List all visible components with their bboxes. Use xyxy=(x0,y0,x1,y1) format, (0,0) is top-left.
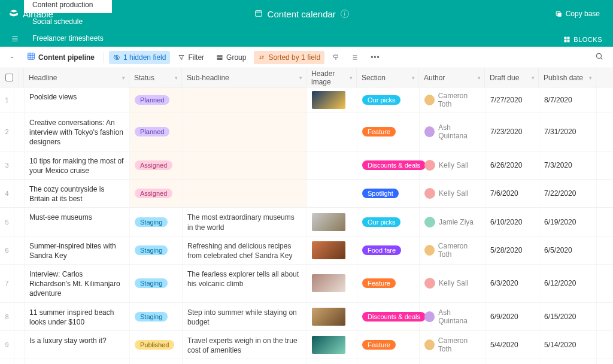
cell-publish-date[interactable]: 5/14/2020 xyxy=(539,331,597,359)
cell-subheadline[interactable] xyxy=(183,180,307,207)
cell-publish-date[interactable]: 6/12/2020 xyxy=(539,265,597,302)
hidden-fields-button[interactable]: 1 hidden field xyxy=(109,51,170,64)
cell-subheadline[interactable]: The most extraordinary museums in the wo… xyxy=(183,208,307,235)
cell-section[interactable]: Food fare xyxy=(357,236,420,264)
col-subheadline[interactable]: Sub-headline▾ xyxy=(182,68,306,87)
cell-section[interactable]: Feature xyxy=(357,331,420,359)
cell-status[interactable]: Published xyxy=(130,331,183,359)
select-all-checkbox[interactable] xyxy=(5,74,13,81)
cell-draft-due[interactable]: 7/23/2020 xyxy=(485,113,539,151)
cell-draft-due[interactable]: 5/4/2020 xyxy=(485,331,539,359)
cell-header-image[interactable] xyxy=(307,359,357,364)
cell-publish-date[interactable]: 6/19/2020 xyxy=(539,208,597,235)
table-row[interactable]: 4The cozy countryside is Britain at its … xyxy=(0,180,613,208)
select-all-header[interactable] xyxy=(0,68,19,87)
cell-status[interactable]: Assigned xyxy=(130,151,183,179)
cell-subheadline[interactable]: Refreshing and delicious recipes from ce… xyxy=(183,236,307,264)
tab-content-production[interactable]: Content production xyxy=(24,0,112,13)
cell-headline[interactable]: The cozy countryside is Britain at its b… xyxy=(25,180,130,207)
cell-publish-date[interactable]: 7/22/2020 xyxy=(539,180,597,207)
col-publish-date[interactable]: Publish date▾ xyxy=(539,68,596,87)
table-row[interactable]: 5Must-see museumsStagingThe most extraor… xyxy=(0,208,613,236)
col-draft-due[interactable]: Draft due▾ xyxy=(485,68,539,87)
cell-header-image[interactable] xyxy=(307,265,357,302)
cell-section[interactable]: Discounts & deals xyxy=(357,303,420,330)
more-button[interactable]: ••• xyxy=(366,51,384,64)
view-switcher[interactable]: Content pipeline xyxy=(23,50,99,65)
info-icon[interactable]: i xyxy=(341,10,349,18)
cell-section[interactable]: Discounts & deals xyxy=(357,151,420,179)
cell-header-image[interactable] xyxy=(307,236,357,264)
cell-publish-date[interactable]: 8/7/2020 xyxy=(539,87,597,113)
cell-status[interactable]: Staging xyxy=(130,265,183,302)
table-row[interactable]: 10Diggin' the MaldivesPublishedThe ultim… xyxy=(0,359,613,364)
cell-draft-due[interactable]: 6/3/2020 xyxy=(485,265,539,302)
copy-base-button[interactable]: Copy base xyxy=(550,7,605,20)
search-button[interactable] xyxy=(590,50,608,65)
cell-author[interactable]: Cameron Toth xyxy=(420,236,485,264)
cell-draft-due[interactable]: 6/26/2020 xyxy=(485,151,539,179)
cell-section[interactable]: Our picks xyxy=(357,208,420,235)
data-grid[interactable]: Headline▾ Status▾ Sub-headline▾ Header i… xyxy=(0,68,613,364)
table-row[interactable]: 2Creative conversations: An interview wi… xyxy=(0,113,613,151)
cell-subheadline[interactable] xyxy=(183,113,307,151)
blocks-button[interactable]: BLOCKS xyxy=(559,32,607,47)
cell-publish-date[interactable]: 6/5/2020 xyxy=(539,236,597,264)
tab-freelancer-timesheets[interactable]: Freelancer timesheets xyxy=(24,30,112,47)
cell-status[interactable]: Planned xyxy=(130,87,183,113)
filter-button[interactable]: Filter xyxy=(174,51,208,64)
cell-header-image[interactable] xyxy=(307,87,357,113)
table-row[interactable]: 7Interview: Carlos Richardson's Mt. Kili… xyxy=(0,265,613,303)
col-section[interactable]: Section▾ xyxy=(357,68,419,87)
cell-publish-date[interactable]: 7/31/2020 xyxy=(539,113,597,151)
cell-header-image[interactable] xyxy=(307,113,357,151)
cell-publish-date[interactable]: 5/29/2020 xyxy=(539,359,597,364)
cell-status[interactable]: Staging xyxy=(130,208,183,235)
cell-author[interactable]: Jamie Ziya xyxy=(420,208,485,235)
cell-subheadline[interactable]: The fearless explorer tells all about hi… xyxy=(183,265,307,302)
cell-section[interactable]: Feature xyxy=(357,113,420,151)
cell-author[interactable]: Ash Quintana xyxy=(420,113,485,151)
cell-status[interactable]: Staging xyxy=(130,236,183,264)
table-row[interactable]: 6Summer-inspired bites with Sandra KeySt… xyxy=(0,236,613,265)
cell-headline[interactable]: Poolside views xyxy=(25,87,130,113)
cell-subheadline[interactable] xyxy=(183,151,307,179)
cell-author[interactable]: Kelly Sall xyxy=(420,151,485,179)
col-author[interactable]: Author▾ xyxy=(419,68,485,87)
cell-status[interactable]: Planned xyxy=(130,113,183,151)
cell-status[interactable]: Assigned xyxy=(130,180,183,207)
table-row[interactable]: 9Is a luxury stay worth it?PublishedTrav… xyxy=(0,331,613,359)
cell-section[interactable]: Spotlight xyxy=(357,180,420,207)
cell-author[interactable]: Kelly Sall xyxy=(420,265,485,302)
cell-publish-date[interactable]: 6/15/2020 xyxy=(539,303,597,330)
base-title[interactable]: Content calendar xyxy=(268,9,336,19)
cell-draft-due[interactable]: 5/28/2020 xyxy=(485,236,539,264)
cell-headline[interactable]: Diggin' the Maldives xyxy=(25,359,130,364)
view-switcher-caret[interactable] xyxy=(5,52,19,63)
cell-headline[interactable]: 11 summer inspired beach looks under $10… xyxy=(25,303,130,330)
col-status[interactable]: Status▾ xyxy=(129,68,182,87)
cell-draft-due[interactable]: 7/6/2020 xyxy=(485,180,539,207)
cell-section[interactable]: Feature xyxy=(357,265,420,302)
cell-author[interactable]: Kelly Sall xyxy=(420,180,485,207)
cell-subheadline[interactable]: Travel experts weigh in on the true cost… xyxy=(183,331,307,359)
cell-author[interactable]: Cameron Toth xyxy=(420,87,485,113)
cell-header-image[interactable] xyxy=(307,303,357,330)
cell-headline[interactable]: 10 tips for making the most of your Mexi… xyxy=(25,151,130,179)
sort-button[interactable]: Sorted by 1 field xyxy=(254,51,324,64)
cell-author[interactable]: Ash Quintana xyxy=(420,303,485,330)
cell-header-image[interactable] xyxy=(307,331,357,359)
cell-header-image[interactable] xyxy=(307,180,357,207)
table-row[interactable]: 811 summer inspired beach looks under $1… xyxy=(0,303,613,331)
cell-headline[interactable]: Creative conversations: An interview wit… xyxy=(25,113,130,151)
group-button[interactable]: Group xyxy=(212,51,250,64)
cell-headline[interactable]: Is a luxury stay worth it? xyxy=(25,331,130,359)
table-row[interactable]: 1Poolside viewsPlannedOur picksCameron T… xyxy=(0,87,613,113)
cell-author[interactable]: Cameron Toth xyxy=(420,331,485,359)
cell-author[interactable]: Ash Quintana xyxy=(420,359,485,364)
cell-subheadline[interactable]: Step into summer while staying on budget xyxy=(183,303,307,330)
cell-draft-due[interactable]: 6/10/2020 xyxy=(485,208,539,235)
color-button[interactable] xyxy=(328,51,344,63)
cell-draft-due[interactable]: 7/27/2020 xyxy=(485,87,539,113)
cell-section[interactable]: Spotlight xyxy=(357,359,420,364)
